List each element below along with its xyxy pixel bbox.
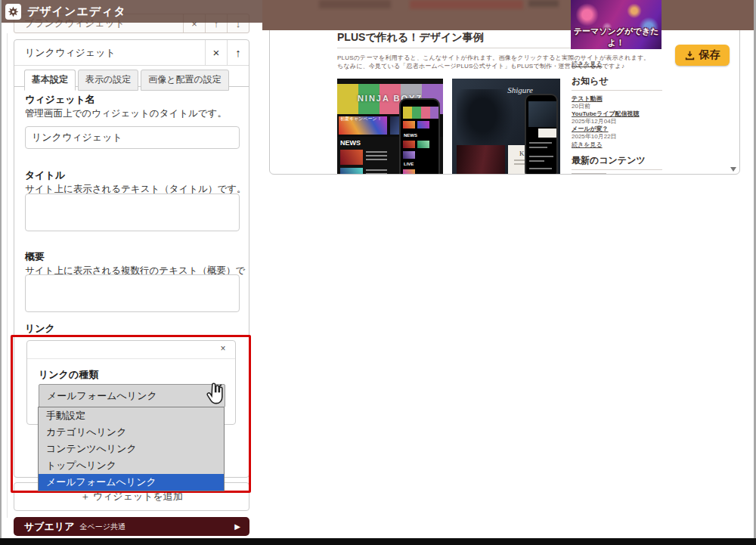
photo-card	[457, 145, 505, 174]
save-label: 保存	[699, 48, 720, 62]
phone-thumbnail	[403, 151, 415, 159]
news-text-lines	[366, 151, 387, 166]
sidebar-divider	[7, 33, 8, 518]
latest-content-heading: 最新のコンテンツ	[572, 154, 646, 167]
site2-logo-text: Shigure	[507, 85, 533, 94]
phone-thumbnail	[417, 121, 429, 129]
phone-live-label: LIVE	[404, 162, 414, 166]
tab-display-settings[interactable]: 表示の設定	[78, 70, 138, 91]
option-top-link[interactable]: トップへリンク	[39, 457, 224, 474]
tab-image-layout-settings[interactable]: 画像と配置の設定	[141, 70, 229, 91]
banner-more-link[interactable]: 続きを見る	[572, 60, 603, 68]
phone-thumbnail	[403, 169, 415, 175]
scroll-down-icon[interactable]	[730, 167, 736, 172]
subarea-bar[interactable]: サブエリア 全ページ共通 ▶	[14, 517, 249, 536]
app-logo-icon	[5, 4, 21, 20]
widget-name-desc: 管理画面上でのウィジェットのタイトルです。	[25, 107, 227, 120]
clipped-text-fragment	[572, 173, 606, 175]
phone-release-card	[538, 129, 557, 138]
widget-name-input[interactable]	[25, 126, 240, 149]
phone-thumbnail	[403, 121, 415, 129]
link-widget-panel-header: リンクウィジェット × ↑	[14, 40, 249, 66]
app-title: デザインエディタ	[27, 5, 126, 19]
divider	[337, 48, 587, 48]
close-icon[interactable]: ×	[215, 343, 231, 357]
phone-news-label: NEWS	[404, 133, 417, 138]
title-label: タイトル	[25, 169, 65, 182]
option-content-link[interactable]: コンテンツへリンク	[39, 441, 224, 457]
panel-title: リンクウィジェット	[25, 46, 205, 60]
news-more-link[interactable]: 続きを見る	[572, 141, 603, 149]
settings-tabs: 基本設定 表示の設定 画像と配置の設定	[24, 70, 229, 91]
summary-textarea[interactable]	[25, 274, 240, 312]
news-thumbnail	[340, 168, 363, 175]
option-mailform-link[interactable]: メールフォームへリンク	[39, 474, 224, 491]
phone-hero-image	[528, 101, 557, 127]
blurred-header-image	[319, 0, 391, 8]
news-date: 2025年10月22日	[572, 132, 617, 141]
preview-heading: PLUSで作れる！デザイン事例	[337, 31, 484, 45]
news-section-label: NEWS	[340, 139, 361, 147]
expand-arrow-icon[interactable]: ▶	[234, 522, 240, 531]
banner-caption: テーマソングができたよ！	[571, 26, 662, 48]
link-label: リンク	[25, 322, 55, 336]
title-textarea[interactable]	[25, 194, 240, 231]
blurred-header-image	[528, 0, 559, 7]
summary-label: 概要	[25, 250, 45, 264]
site1-phone-mockup: NEWS LIVE	[399, 98, 440, 175]
link-type-select[interactable]: メールフォームへリンク	[39, 384, 225, 407]
site2-phone-mockup	[525, 94, 558, 175]
campaign-banner-text: 初夏キャンペーン！	[340, 116, 382, 122]
editor-top-bar: デザインエディタ	[0, 0, 262, 23]
news-thumbnail	[340, 150, 363, 165]
window-edge	[0, 0, 2, 545]
theme-song-banner-image[interactable]: テーマソングができたよ！	[571, 0, 662, 49]
tab-basic-settings[interactable]: 基本設定	[24, 70, 76, 91]
design-example-image-1[interactable]: NINJA BOYZ 初夏キャンペーン！ NEWS NEWS LIVE	[337, 79, 443, 175]
download-icon	[685, 51, 695, 60]
phone-thumbnail	[403, 141, 415, 148]
news-heading: お知らせ	[572, 75, 609, 88]
subarea-label: サブエリア	[24, 520, 75, 534]
design-editor-screen: { "editor": { "app_title": "デザインエディタ", "…	[0, 0, 756, 545]
design-example-image-2[interactable]: Shigure KAMI	[452, 79, 560, 175]
preview-paragraph-line1: PLUSのテーマを利用すると、こんなサイトが作れます。画像をクリックすると実際の…	[337, 54, 649, 62]
link-item-header	[27, 341, 235, 359]
close-icon[interactable]: ×	[205, 40, 227, 66]
subarea-note: 全ページ共通	[80, 522, 125, 532]
link-type-label: リンクの種類	[39, 368, 98, 382]
blurred-header-image	[410, 0, 523, 9]
divider	[572, 169, 662, 170]
phone-member-tiles	[403, 107, 439, 119]
option-manual[interactable]: 手動設定	[39, 407, 224, 424]
news-text-lines	[366, 169, 387, 175]
preview-header-band: ホ	[262, 0, 756, 30]
option-category-link[interactable]: カテゴリへリンク	[39, 424, 224, 441]
window-edge	[0, 538, 756, 545]
move-up-icon[interactable]: ↑	[227, 40, 249, 66]
widget-name-label: ウィジェット名	[25, 93, 95, 107]
save-button[interactable]: 保存	[675, 45, 730, 66]
divider	[572, 90, 662, 91]
link-type-dropdown: 手動設定 カテゴリへリンク コンテンツへリンク トップへリンク メールフォームへ…	[38, 407, 225, 491]
phone-thumbnail	[417, 141, 429, 148]
